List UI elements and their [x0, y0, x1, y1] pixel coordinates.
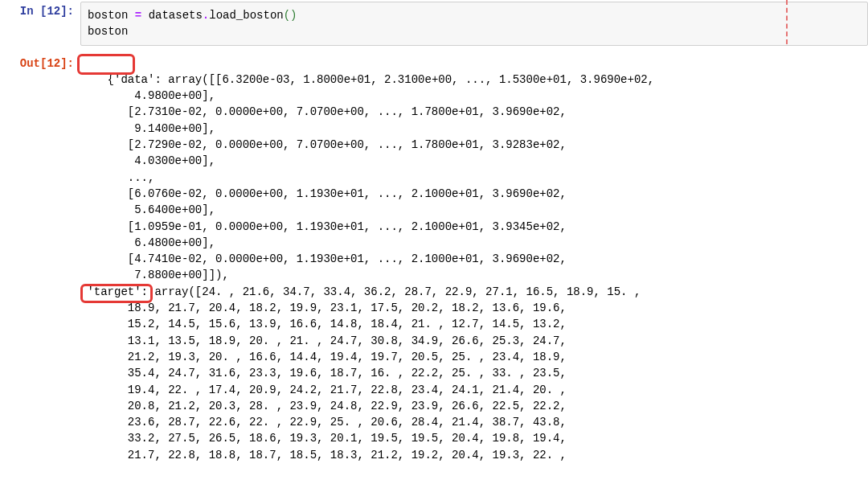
code-token: =: [128, 9, 148, 22]
input-cell: In [12]: boston = datasets.load_boston()…: [0, 0, 868, 47]
code-token: load_boston: [209, 9, 283, 22]
annotation-highlight-data: [77, 54, 135, 75]
code-token: .: [203, 9, 209, 22]
code-token: boston: [88, 25, 128, 38]
output-area: {'data': array([[6.3200e-03, 1.8000e+01,…: [80, 52, 868, 480]
code-token: boston: [88, 9, 128, 22]
output-cell: Out[12]: {'data': array([[6.3200e-03, 1.…: [0, 52, 868, 480]
output-prompt: Out[12]:: [0, 52, 80, 70]
code-token: ): [290, 9, 297, 22]
code-editor[interactable]: boston = datasets.load_boston() boston: [80, 2, 868, 46]
output-text: {'data': array([[6.3200e-03, 1.8000e+01,…: [80, 73, 654, 462]
code-token: (: [284, 9, 290, 22]
input-prompt: In [12]:: [0, 0, 80, 18]
code-token: datasets: [149, 9, 203, 22]
